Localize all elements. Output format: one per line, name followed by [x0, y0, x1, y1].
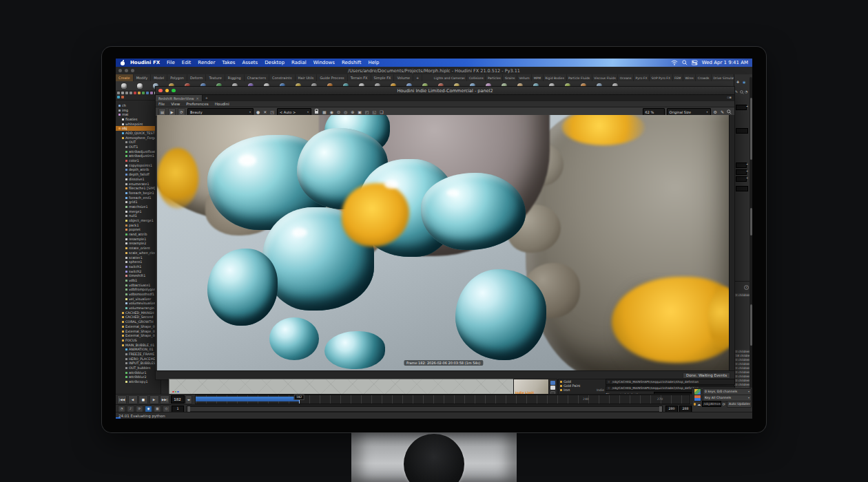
shelf-tab[interactable]: Simple FX [371, 74, 395, 81]
shelf-tab[interactable]: Vellum [517, 74, 532, 81]
tree-node-row[interactable]: rotate_orient [116, 246, 161, 251]
menu-bar-item[interactable]: Help [364, 60, 382, 65]
play-button[interactable]: ▶ [149, 395, 159, 404]
realtime-toggle[interactable]: ◔ [118, 406, 125, 412]
tree-node-row[interactable]: FREEZE_FRAME [116, 352, 161, 357]
viewport-tool-icon[interactable]: ⊙ [336, 109, 341, 114]
menu-bar-item[interactable]: Render [194, 60, 218, 65]
children-count-row[interactable]: (0 children) [734, 383, 750, 386]
loop-toggle[interactable]: ⟳ [136, 406, 143, 412]
cook-path-field[interactable]: /obj/Atmospher... [702, 401, 721, 407]
tree-node-row[interactable]: dissolve1 [116, 177, 161, 182]
shelf-tab[interactable]: Crowds [696, 74, 712, 81]
jack-icon[interactable]: ⌁ [746, 176, 748, 180]
tree-toolbar-icon[interactable] [134, 92, 136, 94]
tree-toolbar-icon[interactable] [142, 92, 145, 94]
tree-node-row[interactable]: resample2 [116, 242, 161, 247]
key-all-icon[interactable] [694, 395, 701, 401]
param-field[interactable] [736, 128, 748, 134]
tree-node-row[interactable]: vdbfrompolygons1 [116, 288, 161, 293]
tree-node-row[interactable]: switch1 [116, 264, 161, 269]
tab-redshift-renderview[interactable]: Redshift RenderView ✕ [156, 95, 203, 101]
magnifier-icon[interactable] [727, 109, 732, 114]
tree-node-row[interactable]: merge1 [116, 209, 161, 214]
tree-node-row[interactable]: FOCUS [116, 338, 161, 343]
pane-menu-icon[interactable]: ▫▪ [727, 95, 734, 101]
tree-node-row[interactable]: foreach_begin1 [116, 191, 161, 196]
param-field[interactable] [736, 186, 748, 191]
apple-logo-icon[interactable] [120, 60, 125, 65]
tree-toolbar-icon[interactable] [117, 96, 120, 98]
shelf-tab[interactable]: MPM [532, 74, 543, 81]
tree-node-row[interactable]: INPUT_BUBBLES [116, 362, 161, 366]
viewport-tool-icon[interactable]: ◰ [364, 109, 370, 114]
shelf-tab[interactable]: Texture [206, 74, 225, 81]
param-field[interactable] [736, 105, 747, 110]
menu-bar-item[interactable]: Edit [178, 60, 195, 65]
shelf-tab[interactable]: Volume [394, 74, 413, 81]
shelf-tab[interactable]: Particles [486, 74, 503, 81]
refresh-icon[interactable]: ⟳ [723, 402, 725, 406]
range-start-field[interactable]: 1 [172, 406, 184, 412]
pencil-icon[interactable]: ✎ [735, 90, 738, 94]
shelf-tab[interactable]: Pyro FX [634, 74, 650, 81]
gear-icon[interactable]: ⚙ [713, 109, 718, 114]
shelf-tab[interactable]: Lights and Cameras [432, 74, 467, 81]
lock-icon[interactable] [315, 111, 318, 114]
tree-node-row[interactable]: depth_attrib [116, 168, 161, 173]
panel-scrollbar[interactable] [750, 77, 752, 415]
tree-node-row[interactable]: ADD_QUICK_TEST [116, 131, 161, 136]
control-center-icon[interactable] [692, 60, 698, 65]
clear-icon[interactable]: ✕ [262, 109, 267, 114]
shelf-tab[interactable]: Hair Utils [296, 74, 318, 81]
tree-node-row[interactable]: obj [116, 126, 161, 131]
tree-node-row[interactable]: attribblur1 [116, 370, 161, 375]
network-editor-sliver[interactable] [169, 379, 515, 395]
tree-node-row[interactable]: scale_when_close [116, 251, 161, 255]
shelf-tab[interactable]: Polygon [167, 74, 187, 81]
tree-node-row[interactable]: CORAL_GROWTH [116, 319, 161, 324]
tree-toolbar-icon[interactable] [146, 92, 149, 94]
tree-node-row[interactable]: switch2 [116, 269, 161, 274]
tree-toolbar-icon[interactable] [138, 92, 141, 94]
shelf-tab[interactable]: Guide Process [317, 74, 347, 81]
tree-node-row[interactable]: External_Shape_01 [116, 324, 161, 329]
tree-node-row[interactable]: timeshift1 [116, 273, 161, 278]
render-viewport[interactable]: Frame 182: 2026-02-06 20:03:58 (1m 54s) [157, 115, 730, 371]
tree-node-row[interactable]: floaties [116, 117, 161, 122]
range-handle-left[interactable] [187, 406, 190, 412]
tree-node-row[interactable]: HERO_PLACEMENT [116, 357, 161, 362]
tree-node-row[interactable]: OUT_bubbles [116, 366, 161, 370]
menu-bar-item[interactable]: Takes [218, 60, 238, 65]
frame-stepper[interactable]: ◂▸ [185, 395, 192, 404]
tree-node-row[interactable]: OUT1 [116, 145, 161, 149]
shelf-tab[interactable]: Viscous Fluids [592, 74, 619, 81]
tree-node-row[interactable]: resample1 [116, 237, 161, 242]
children-count-row[interactable]: (18 children) [734, 354, 750, 357]
shelf-tab[interactable]: Constraints [269, 74, 296, 81]
tree-node-row[interactable]: vdb1 [116, 278, 161, 283]
pencil-icon[interactable]: ✎ [720, 109, 725, 114]
tree-node-row[interactable]: rand_attrib [116, 232, 161, 237]
jack-icon[interactable]: ⌁ [746, 162, 748, 166]
simulation-toggle[interactable]: ◉ [145, 406, 152, 412]
tree-node-row[interactable]: popnet [116, 228, 161, 233]
tree-toolbar-icon[interactable] [130, 92, 132, 94]
tree-toolbar-icon[interactable] [121, 96, 124, 98]
menu-bar-item[interactable]: Radial [288, 60, 310, 65]
menu-bar-item[interactable]: Desktop [261, 60, 288, 65]
param-field[interactable] [736, 163, 747, 168]
magnifier-icon[interactable] [740, 90, 744, 94]
viewport-right-gutter[interactable] [729, 115, 734, 371]
pin-icon[interactable]: ✚ [736, 80, 739, 84]
children-count-row[interactable]: (0 children) [734, 366, 750, 370]
render-menu-item[interactable]: Preferences [183, 102, 211, 106]
shelf-tab[interactable]: Characters [245, 74, 269, 81]
shelf-tab[interactable]: Rigid Bodies [544, 74, 567, 81]
menu-bar-item[interactable]: Redshift [338, 60, 364, 65]
tree-toolbar-icon[interactable] [117, 92, 120, 94]
step-back-button[interactable]: ◀ [128, 395, 138, 404]
wifi-icon[interactable] [671, 60, 678, 65]
children-count-row[interactable]: (0 children) [734, 350, 750, 353]
tree-node-row[interactable]: CACHED_Second [116, 315, 161, 320]
